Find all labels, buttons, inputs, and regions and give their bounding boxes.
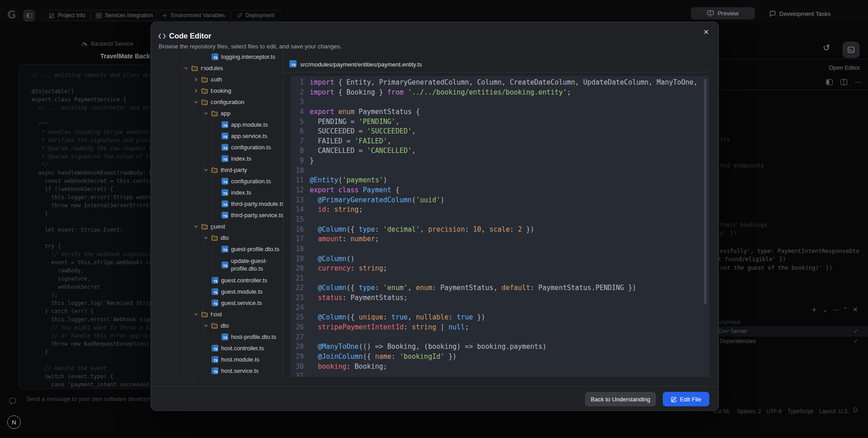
code-fragment: t found/eligible' }) bbox=[718, 256, 786, 262]
tree-item-guest-profile.dto.ts[interactable]: TSguest-profile.dto.ts bbox=[151, 243, 283, 255]
tree-item-host.controller.ts[interactable]: TShost.controller.ts bbox=[151, 343, 283, 354]
editor-window-icon bbox=[848, 47, 854, 53]
terminal-close-icon[interactable]: ✕ bbox=[853, 306, 858, 313]
status-item: UTF-8 bbox=[766, 408, 782, 414]
tree-item-index.ts[interactable]: TSindex.ts bbox=[151, 187, 283, 198]
back-to-understanding-button[interactable]: Back to Understanding bbox=[585, 392, 656, 406]
edit-file-button[interactable]: Edit File bbox=[663, 392, 709, 406]
code-line: 1import { Entity, PrimaryGeneratedColumn… bbox=[291, 78, 709, 88]
code-viewer[interactable]: 1import { Entity, PrimaryGeneratedColumn… bbox=[291, 76, 709, 377]
divider bbox=[283, 72, 709, 72]
code-fragment: not the guest of the booking)' }) bbox=[720, 264, 832, 271]
tree-item-dto[interactable]: dto bbox=[151, 320, 283, 331]
folder-icon bbox=[191, 65, 198, 71]
task-dev-server[interactable]: Dev Server bbox=[719, 328, 747, 334]
tree-item-app[interactable]: app bbox=[151, 108, 283, 119]
nav-label: Project Info bbox=[58, 12, 85, 19]
terminal-more-icon[interactable]: ⋯ bbox=[832, 306, 839, 313]
tree-item-label: configuration.ts bbox=[231, 144, 271, 151]
folder-icon bbox=[201, 99, 208, 105]
tree-item-label: third-party bbox=[221, 167, 247, 173]
avatar[interactable]: N bbox=[7, 415, 21, 429]
code-line: 31 bbox=[291, 371, 709, 377]
tree-item-third-party[interactable]: third-party bbox=[151, 164, 283, 176]
nav-deployment[interactable]: Deployment bbox=[230, 10, 281, 21]
code-line: 20 currency: string; bbox=[291, 264, 709, 274]
code-line: 13 @PrimaryGeneratedColumn('uuid') bbox=[291, 195, 709, 205]
chevron-down-icon bbox=[203, 323, 208, 328]
tree-item-label: host bbox=[211, 311, 222, 318]
ts-file-icon: TS bbox=[222, 144, 228, 151]
tree-item-app.module.ts[interactable]: TSapp.module.ts bbox=[151, 119, 283, 130]
monitor-play-icon bbox=[707, 10, 714, 16]
tree-item-guest.service.ts[interactable]: TSguest.service.ts bbox=[151, 297, 283, 309]
scrollbar[interactable] bbox=[704, 79, 707, 304]
tree-item-logging.interceptor.ts[interactable]: TSlogging.interceptor.ts bbox=[151, 51, 283, 62]
chevron-down-icon bbox=[203, 235, 208, 240]
open-editor-toggle-button[interactable] bbox=[843, 42, 859, 58]
tree-item-guest.module.ts[interactable]: TSguest.module.ts bbox=[151, 286, 283, 297]
code-line: 10 bbox=[291, 166, 709, 176]
tree-item-label: booking bbox=[211, 87, 231, 94]
tree-item-host.module.ts[interactable]: TShost.module.ts bbox=[151, 354, 283, 365]
code-line: 23 status: PaymentStatus; bbox=[291, 293, 709, 303]
tree-item-host.service.ts[interactable]: TShost.service.ts bbox=[151, 365, 283, 376]
message-square-icon bbox=[9, 398, 16, 405]
terminal-add-icon[interactable]: + bbox=[811, 306, 817, 313]
bell-icon[interactable] bbox=[853, 407, 858, 413]
code-line: 4export enum PaymentStatus { bbox=[291, 107, 709, 117]
tree-item-booking[interactable]: booking bbox=[151, 85, 283, 96]
nav-label: Environment Variables bbox=[171, 12, 225, 19]
close-icon[interactable]: ✕ bbox=[701, 27, 712, 38]
tree-item-host-profile.dto.ts[interactable]: TShost-profile.dto.ts bbox=[151, 331, 283, 343]
tree-item-host[interactable]: host bbox=[151, 309, 283, 320]
tree-item-auth[interactable]: auth bbox=[151, 74, 283, 85]
tree-item-configuration[interactable]: configuration bbox=[151, 96, 283, 108]
preview-button[interactable]: Preview bbox=[691, 7, 755, 19]
code-line: 27 bbox=[291, 333, 709, 343]
file-tree[interactable]: TSlogging.interceptor.tsmodulesauthbooki… bbox=[151, 51, 283, 380]
nav-project-info[interactable]: Project Info bbox=[42, 10, 92, 21]
tree-item-modules[interactable]: modules bbox=[151, 62, 283, 74]
chevron-down-icon bbox=[193, 100, 198, 105]
tree-item-label: host.service.ts bbox=[221, 367, 259, 374]
divider bbox=[283, 51, 283, 380]
tree-item-label: guest.controller.ts bbox=[221, 277, 267, 284]
ts-file-icon: TS bbox=[222, 200, 228, 207]
chevron-right-icon bbox=[193, 77, 198, 82]
tree-item-configuration.ts[interactable]: TSconfiguration.ts bbox=[151, 142, 283, 153]
service-header: Backend Service bbox=[81, 41, 133, 47]
ts-file-icon: TS bbox=[222, 212, 228, 219]
tree-item-dto[interactable]: dto bbox=[151, 232, 283, 243]
chevron-down-icon[interactable]: ⌄ bbox=[822, 306, 828, 313]
app-logo[interactable]: G bbox=[5, 9, 18, 21]
task-dependencies[interactable]: Dependencies bbox=[720, 338, 756, 344]
chevron-up-icon[interactable]: ⌃ bbox=[843, 306, 848, 313]
sidebar-toggle-button[interactable] bbox=[24, 10, 35, 21]
file-path: src/modules/payment/entities/payment.ent… bbox=[300, 61, 422, 68]
refresh-icon[interactable]: ↺ bbox=[823, 43, 830, 52]
tree-item-index.ts[interactable]: TSindex.ts bbox=[151, 153, 283, 164]
code-line: 15 bbox=[291, 215, 709, 225]
tree-item-guest.controller.ts[interactable]: TSguest.controller.ts bbox=[151, 275, 283, 286]
development-tasks-button[interactable]: Development Tasks bbox=[769, 8, 830, 19]
pencil-square-icon bbox=[671, 396, 677, 402]
nav-services-integration[interactable]: Services Integration bbox=[90, 10, 159, 21]
panel-layout-icon bbox=[26, 13, 32, 18]
tree-item-update-guest-profile.dto.ts[interactable]: TSupdate-guest-profile.dto.ts bbox=[151, 255, 283, 275]
tree-item-third-party.service.ts[interactable]: TSthird-party.service.ts bbox=[151, 209, 283, 221]
tree-item-third-party.module.ts[interactable]: TSthird-party.module.ts bbox=[151, 198, 283, 209]
ts-file-icon: TS bbox=[222, 155, 228, 162]
nav-environment-variables[interactable]: Environment Variables bbox=[156, 10, 231, 21]
chat-input[interactable]: Send a message to your own software deve… bbox=[26, 395, 153, 402]
tree-item-label: guest.module.ts bbox=[221, 288, 263, 295]
tree-item-label: guest-profile.dto.ts bbox=[231, 246, 279, 252]
code-line: 29 @JoinColumn({ name: 'bookingId' }) bbox=[291, 352, 709, 362]
edit-file-label: Edit File bbox=[680, 396, 701, 403]
chevron-right-icon bbox=[193, 88, 198, 93]
tree-item-guest[interactable]: guest bbox=[151, 221, 283, 232]
panel-layout-controls[interactable]: ⋯ bbox=[826, 78, 862, 86]
tree-item-app.service.ts[interactable]: TSapp.service.ts bbox=[151, 130, 283, 142]
chevron-down-icon bbox=[184, 66, 189, 71]
tree-item-configuration.ts[interactable]: TSconfiguration.ts bbox=[151, 176, 283, 187]
